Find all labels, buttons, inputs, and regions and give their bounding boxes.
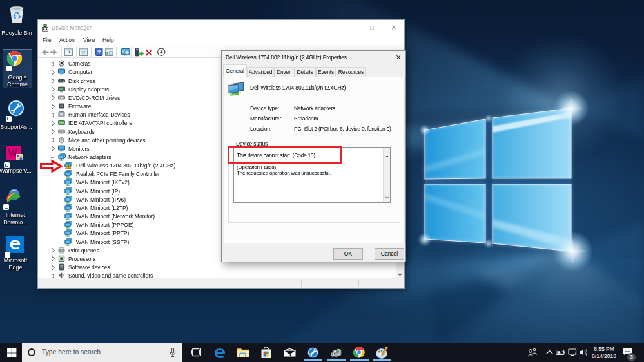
svg-text:?: ? bbox=[97, 48, 101, 55]
